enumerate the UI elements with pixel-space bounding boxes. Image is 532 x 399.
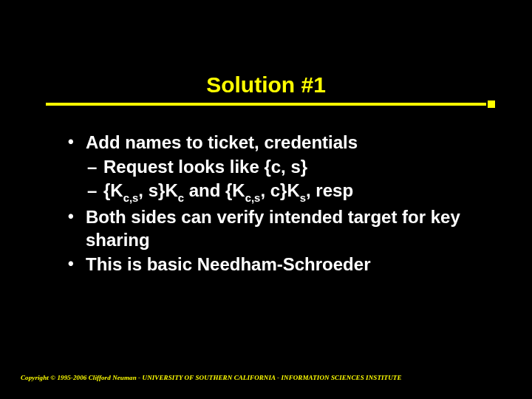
bullet-3-text: This is basic Needham-Schroeder: [86, 254, 370, 274]
bullet-1-sub-a: Request looks like {c, s}: [65, 156, 479, 179]
b1b-end: , resp: [306, 180, 353, 200]
b1b-sub4: s: [300, 192, 306, 204]
title-underline: [46, 103, 486, 106]
bullet-3: This is basic Needham-Schroeder: [65, 253, 479, 276]
copyright-footer: Copyright © 1995-2006 Clifford Neuman - …: [21, 374, 402, 381]
b1b-sub1: c,s: [123, 192, 139, 204]
bullet-1a-text: Request looks like {c, s}: [103, 157, 307, 177]
bullet-1-sub-b: {Kc,s, s}Kc and {Kc,s, c}Ks, resp: [65, 180, 479, 205]
b1b-pre: {K: [103, 180, 123, 200]
title-underline-cap: [488, 100, 495, 108]
bullet-1: Add names to ticket, credentials: [65, 132, 479, 154]
b1b-sub2: c: [178, 192, 184, 204]
bullet-1-text: Add names to ticket, credentials: [86, 132, 358, 152]
slide-title: Solution #1: [0, 72, 532, 98]
b1b-mid1: , s}K: [138, 180, 177, 200]
b1b-mid3: , c}K: [260, 180, 299, 200]
bullet-2: Both sides can verify intended target fo…: [65, 206, 479, 251]
slide-body: Add names to ticket, credentials Request…: [65, 132, 479, 277]
b1b-sub3: c,s: [245, 192, 261, 204]
bullet-2-text: Both sides can verify intended target fo…: [86, 207, 460, 250]
slide: Solution #1 Add names to ticket, credent…: [0, 0, 532, 399]
b1b-mid2: and {K: [184, 180, 245, 200]
title-wrap: Solution #1: [0, 72, 532, 98]
